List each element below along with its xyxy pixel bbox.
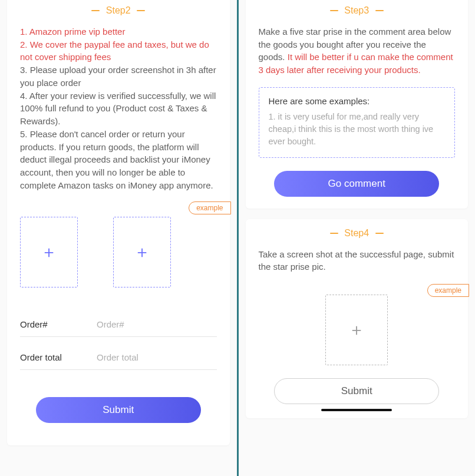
go-comment-button[interactable]: Go comment [274,171,439,197]
order-total-field: Order total [20,337,217,370]
order-total-label: Order total [20,352,97,362]
examples-box: Here are some examples: 1. it is very us… [259,87,456,158]
right-column: Step3 Make a five star prise in the comm… [239,0,476,476]
app-root: Step2 1. Amazon prime vip better 2. We c… [0,0,475,476]
step2-card: Step2 1. Amazon prime vip better 2. We c… [7,0,230,445]
order-number-label: Order# [20,319,97,329]
step2-line4: 4. After your review is verified success… [20,90,217,128]
upload-slot-1[interactable]: ＋ [20,217,78,287]
step3-card: Step3 Make a five star prise in the comm… [246,0,469,209]
plus-icon: ＋ [41,244,57,260]
step3-text-red: It will be better if u can make the comm… [259,52,453,75]
step2-submit-button[interactable]: Submit [36,397,201,423]
header-dash-icon [375,10,384,11]
examples-title: Here are some examples: [269,96,446,106]
plus-icon: ＋ [134,244,150,260]
step4-instructions: Take a screen shot at the successful pag… [246,244,469,279]
header-dash-icon [137,10,145,11]
header-dash-icon [330,10,338,11]
step3-instructions: Make a five star prise in the comment ar… [246,22,469,81]
example-item-1: 1. it is very useful for me,and really v… [269,111,446,148]
step4-title: Step4 [344,228,369,238]
header-dash-icon [375,233,384,234]
header-dash-icon [330,233,338,234]
upload-slot-2[interactable]: ＋ [113,217,171,287]
order-total-input[interactable] [97,352,217,362]
example-tag[interactable]: example [427,284,469,297]
step2-line1: 1. Amazon prime vip better [20,25,217,38]
home-indicator [321,409,392,411]
step3-header: Step3 [246,0,469,22]
header-dash-icon [91,10,100,11]
step3-title: Step3 [344,5,369,15]
order-number-input[interactable] [97,319,217,329]
step4-submit-button[interactable]: Submit [274,378,439,404]
left-column: Step2 1. Amazon prime vip better 2. We c… [0,0,237,476]
step2-line2: 2. We cover the paypal fee and taxes, bu… [20,38,217,64]
plus-icon: ＋ [348,322,365,338]
step2-line3: 3. Please upload your order screenshot i… [20,64,217,90]
step2-header: Step2 [7,0,230,22]
step4-header: Step4 [246,219,469,244]
step2-line5: 5. Please don't cancel order or return y… [20,128,217,192]
step4-upload-slot[interactable]: ＋ [325,295,388,365]
order-number-field: Order# [20,304,217,337]
step4-card: Step4 Take a screen shot at the successf… [246,219,469,418]
step2-title: Step2 [106,5,131,15]
step2-instructions: 1. Amazon prime vip better 2. We cover t… [7,22,230,197]
example-tag[interactable]: example [189,201,230,214]
